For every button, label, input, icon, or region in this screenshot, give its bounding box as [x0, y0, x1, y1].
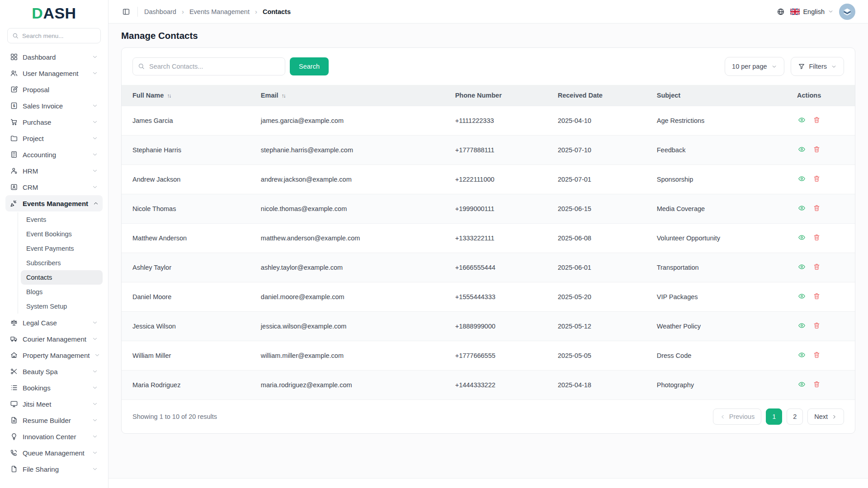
sidebar-item-blogs[interactable]: Blogs	[21, 285, 103, 299]
sidebar-item-label: Resume Builder	[23, 417, 87, 424]
view-button[interactable]	[796, 349, 807, 362]
sidebar-item-legal-case[interactable]: Legal Case	[5, 314, 103, 331]
sidebar-item-label: Sales Invoice	[23, 102, 87, 110]
sidebar-item-queue-management[interactable]: Queue Management	[5, 445, 103, 461]
sidebar-item-contacts[interactable]: Contacts	[21, 270, 103, 285]
table-row: Stephanie Harris stephanie.harris@exampl…	[122, 135, 855, 164]
globe-button[interactable]	[777, 8, 785, 16]
column-header-received-date: Received Date	[547, 85, 646, 106]
sort-icon[interactable]: ↑↓	[282, 93, 285, 99]
view-button[interactable]	[796, 379, 807, 391]
sidebar-item-event-payments[interactable]: Event Payments	[21, 241, 103, 256]
delete-button[interactable]	[811, 114, 822, 127]
cell-subject: VIP Packages	[646, 282, 764, 311]
sidebar-item-user-management[interactable]: User Management	[5, 65, 103, 81]
delete-button[interactable]	[811, 173, 822, 186]
page-1-button[interactable]: 1	[766, 408, 782, 425]
breadcrumb-contacts: Contacts	[263, 8, 291, 15]
sidebar-item-sales-invoice[interactable]: Sales Invoice	[5, 98, 103, 114]
cell-subject: Media Coverage	[646, 194, 764, 223]
sidebar-item-subscribers[interactable]: Subscribers	[21, 256, 103, 270]
sidebar-item-crm[interactable]: CRM	[5, 179, 103, 195]
sidebar-item-bookings[interactable]: Bookings	[5, 380, 103, 396]
chevron-down-icon	[92, 450, 98, 456]
page-2-button[interactable]: 2	[787, 408, 803, 425]
page-footer	[108, 478, 868, 488]
per-page-select[interactable]: 10 per page	[725, 57, 784, 76]
breadcrumb-events-management[interactable]: Events Management	[189, 8, 250, 15]
next-page-button[interactable]: Next	[807, 408, 844, 425]
sidebar-item-beauty-spa[interactable]: Beauty Spa	[5, 363, 103, 380]
delete-button[interactable]	[811, 291, 822, 303]
contacts-search-input[interactable]	[132, 57, 285, 75]
delete-button[interactable]	[811, 202, 822, 215]
trash-icon	[813, 292, 821, 300]
sidebar-item-purchase[interactable]: Purchase	[5, 114, 103, 130]
logo-letter-d: D	[32, 5, 43, 22]
sidebar-item-event-bookings[interactable]: Event Bookings	[21, 227, 103, 241]
view-button[interactable]	[796, 261, 807, 274]
cell-subject: Sponsorship	[646, 164, 764, 194]
chevron-down-icon	[92, 135, 98, 141]
view-button[interactable]	[796, 202, 807, 215]
sidebar-item-events[interactable]: Events	[21, 212, 103, 227]
view-button[interactable]	[796, 320, 807, 333]
view-button[interactable]	[796, 232, 807, 244]
eye-icon	[798, 380, 806, 388]
sidebar-item-label: Bookings	[23, 384, 87, 392]
sidebar-item-hrm[interactable]: HRM	[5, 163, 103, 179]
delete-button[interactable]	[811, 144, 822, 156]
previous-page-button[interactable]: Previous	[713, 408, 761, 425]
sidebar-toggle-button[interactable]	[121, 7, 131, 17]
delete-button[interactable]	[811, 261, 822, 274]
breadcrumb-dashboard[interactable]: Dashboard	[144, 8, 176, 15]
chevron-down-icon	[92, 319, 98, 326]
avatar-logo-icon	[842, 7, 852, 17]
sidebar-item-label: Beauty Spa	[23, 368, 87, 375]
sidebar-item-file-sharing[interactable]: File Sharing	[5, 461, 103, 477]
column-header-email[interactable]: Email↑↓	[250, 85, 444, 106]
cell-subject: Transportation	[646, 253, 764, 282]
view-button[interactable]	[796, 114, 807, 127]
delete-button[interactable]	[811, 379, 822, 391]
sidebar-item-system-setup[interactable]: System Setup	[21, 299, 103, 314]
eye-icon	[798, 204, 806, 212]
sidebar-item-accounting[interactable]: Accounting	[5, 146, 103, 163]
sidebar-item-jitsi-meet[interactable]: Jitsi Meet	[5, 396, 103, 412]
avatar[interactable]	[839, 4, 855, 20]
sidebar-item-events-management[interactable]: Events Management	[5, 195, 103, 211]
sidebar-item-innovation-center[interactable]: Innovation Center	[5, 428, 103, 445]
sidebar-item-label: Legal Case	[23, 319, 87, 327]
sidebar-nav: Dashboard User Management Proposal Sales…	[0, 49, 108, 481]
delete-button[interactable]	[811, 232, 822, 244]
cell-full-name: Daniel Moore	[122, 282, 250, 311]
sidebar-item-proposal[interactable]: Proposal	[5, 81, 103, 98]
view-button[interactable]	[796, 144, 807, 156]
view-button[interactable]	[796, 173, 807, 186]
filters-button[interactable]: Filters	[791, 57, 844, 76]
view-button[interactable]	[796, 291, 807, 303]
sidebar-item-project[interactable]: Project	[5, 130, 103, 146]
calculator-icon	[10, 150, 18, 159]
column-header-full-name[interactable]: Full Name↑↓	[122, 85, 250, 106]
cell-received-date: 2025-05-20	[547, 282, 646, 311]
cell-subject: Volunteer Opportunity	[646, 223, 764, 253]
sort-icon[interactable]: ↑↓	[167, 93, 170, 99]
cell-phone: +1777888111	[444, 135, 547, 164]
menu-search-input[interactable]	[7, 28, 101, 43]
property-icon	[10, 351, 18, 359]
sidebar-item-resume-builder[interactable]: Resume Builder	[5, 412, 103, 428]
cell-subject: Photography	[646, 370, 764, 399]
language-selector[interactable]: English	[790, 8, 834, 15]
sidebar-item-property-management[interactable]: Property Management	[5, 347, 103, 363]
chevron-down-icon	[92, 54, 98, 60]
delete-button[interactable]	[811, 349, 822, 362]
eye-icon	[798, 322, 806, 329]
table-footer: Showing 1 to 10 of 20 results Previous 1…	[122, 399, 855, 433]
delete-button[interactable]	[811, 320, 822, 333]
breadcrumb-separator: ›	[182, 8, 184, 15]
sidebar-item-dashboard[interactable]: Dashboard	[5, 49, 103, 65]
sidebar-item-courier-management[interactable]: Courier Management	[5, 331, 103, 347]
search-button[interactable]: Search	[290, 57, 329, 75]
table-toolbar: Search 10 per page Filters	[122, 48, 855, 85]
